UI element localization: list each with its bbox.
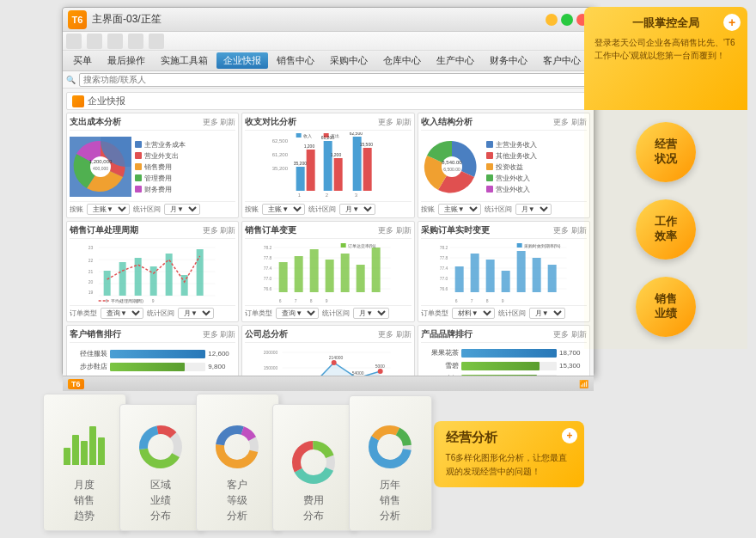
nav-production[interactable]: 生产中心 (430, 52, 481, 69)
legend-dot (486, 141, 493, 148)
footer-select2[interactable]: 月▼ (353, 308, 389, 319)
footer-select[interactable]: 查询▼ (276, 308, 319, 319)
toolbar-icon-5[interactable] (149, 34, 164, 49)
fold-card-monthly-sales[interactable]: 月度销售趋势 (43, 394, 126, 531)
bottom-area: 月度销售趋势 区域业绩分布 客户等级分析 (43, 376, 584, 531)
nav-last-op[interactable]: 最后操作 (101, 52, 152, 69)
nav-finance[interactable]: 财务中心 (483, 52, 534, 69)
product-more[interactable]: 更多 刷新 (553, 329, 587, 340)
hbar-track (110, 363, 205, 371)
svg-text:1,200: 1,200 (331, 152, 342, 157)
line-chart-company: 200000 150000 100000 50000 (245, 345, 411, 376)
fold-card-label-fee: 费用分布 (303, 492, 324, 523)
footer-select[interactable]: 材料▼ (452, 308, 495, 319)
chart-company-analysis: 公司总分析 更多 刷新 200000 150000 100000 50000 (241, 325, 414, 376)
toolbar-icon-1[interactable] (66, 34, 82, 49)
chart-income-analysis: 收入结构分析 更多 刷新 8,540.00 6,500.00 (418, 113, 590, 218)
svg-text:21: 21 (88, 269, 94, 274)
company-more[interactable]: 更多 刷新 (378, 329, 412, 340)
sidebar-plus-btn[interactable]: + (723, 14, 741, 31)
maximize-button[interactable] (561, 14, 573, 26)
nav-warehouse[interactable]: 仓库中心 (376, 52, 428, 69)
svg-text:8,540.00: 8,540.00 (442, 160, 462, 165)
legend-dot (486, 186, 493, 193)
footer-select2[interactable]: 月▼ (515, 204, 552, 215)
chart-company-body: 200000 150000 100000 50000 (245, 345, 411, 376)
sidebar-btn-label: 工作效率 (655, 215, 677, 244)
svg-text:7: 7 (295, 298, 297, 303)
svg-rect-16 (296, 133, 302, 138)
footer-select[interactable]: 主账▼ (262, 204, 305, 215)
toolbar-icon-3[interactable] (107, 34, 123, 49)
nav-buy[interactable]: 买单 (66, 52, 99, 69)
nav-sales[interactable]: 销售中心 (270, 52, 321, 69)
legend-dot (135, 163, 142, 170)
footer-select2[interactable]: 月▼ (178, 308, 214, 319)
legend-item: 管理费用 (135, 174, 186, 183)
svg-rect-8 (307, 150, 315, 191)
cost-more[interactable]: 更多 刷新 (203, 117, 236, 128)
toolbar-icon-2[interactable] (87, 34, 102, 49)
hbar-fill (110, 363, 185, 371)
chart-income-body: 8,540.00 6,500.00 主营业务收入 其他业务收入 (421, 132, 587, 201)
toolbar-icon-4[interactable] (128, 34, 143, 49)
svg-text:6: 6 (106, 298, 108, 303)
legend-dot (135, 141, 142, 148)
nav-customer[interactable]: 客户中心 (536, 52, 588, 69)
info-card-plus-btn[interactable]: + (562, 428, 577, 443)
svg-text:订单达交率(%): 订单达交率(%) (348, 243, 376, 248)
fold-card-customer-level[interactable]: 客户等级分析 (196, 394, 279, 531)
dashboard: 企业快报 支出成本分析 更多 刷新 (63, 89, 594, 376)
chart-cost-title: 支出成本分析 更多 刷新 (70, 116, 235, 131)
footer-select2[interactable]: 月▼ (529, 308, 565, 319)
fee-dist-icon (290, 441, 338, 486)
nav-purchase[interactable]: 采购中心 (323, 52, 375, 69)
legend-item: 营业外收入 (486, 174, 537, 183)
hbar-fill (461, 362, 540, 370)
svg-rect-91 (547, 265, 556, 292)
legend-text: 销售费用 (144, 162, 172, 172)
cycle-more[interactable]: 更多 刷新 (203, 225, 236, 236)
search-bar: 🔍 (63, 71, 594, 89)
info-card-analysis: + 经营分析 T6多样化图形化分析，让您最直观的发现经营中的问题！ (434, 421, 585, 487)
purchase-more[interactable]: 更多 刷新 (553, 225, 587, 236)
search-input[interactable] (79, 73, 590, 87)
mini-bar (98, 437, 105, 465)
legend-text: 其他业务收入 (496, 151, 537, 161)
footer-select[interactable]: 查询▼ (101, 308, 143, 319)
svg-text:1: 1 (298, 193, 302, 198)
hbar-track (461, 362, 557, 370)
svg-rect-68 (372, 248, 381, 292)
nav-tools[interactable]: 实施工具箱 (154, 52, 215, 69)
customer-more[interactable]: 更多 刷新 (203, 329, 236, 340)
chart-revenue-comparison: 收支对比分析 更多 刷新 62,500 61,200 35,200 (241, 113, 414, 218)
footer-label2: 统计区间 (308, 205, 336, 214)
svg-text:62,500: 62,500 (350, 132, 363, 136)
sales-changes-more[interactable]: 更多 刷新 (378, 225, 412, 236)
svg-text:8: 8 (310, 298, 313, 303)
minimize-button[interactable] (546, 14, 558, 26)
nav-company-report[interactable]: 企业快报 (216, 52, 268, 69)
legend-text: 主营业务成本 (144, 140, 186, 150)
fold-card-annual-sales[interactable]: 历年销售分析 (349, 395, 432, 531)
sidebar-btn-management[interactable]: 经营状况 (636, 122, 696, 182)
footer-select-period[interactable]: 月▼ (164, 204, 200, 215)
chart-cycle-title: 销售订单处理周期 更多 刷新 (70, 224, 235, 239)
sidebar-btn-sales[interactable]: 销售业绩 (636, 277, 696, 337)
footer-select[interactable]: 主账▼ (438, 204, 481, 215)
fold-card-fee-dist[interactable]: 费用分布 (272, 404, 356, 531)
svg-text:5000: 5000 (375, 364, 385, 369)
svg-rect-90 (532, 258, 540, 292)
footer-select2[interactable]: 月▼ (339, 204, 375, 215)
ring-icon-fee (290, 441, 338, 484)
footer-label2: 统计区间 (147, 309, 174, 318)
svg-text:35,200: 35,200 (272, 166, 289, 171)
title-bar: T6 主界面-03/正笙 (63, 8, 594, 32)
footer-select-account[interactable]: 主账▼ (87, 204, 130, 215)
rev-more[interactable]: 更多 刷新 (378, 117, 412, 128)
sidebar-btn-efficiency[interactable]: 工作效率 (636, 199, 696, 260)
fold-card-regional[interactable]: 区域业绩分布 (119, 404, 203, 531)
hbar-product: 果果花茶 18,700 雪碧 15,300 (423, 346, 585, 376)
income-more[interactable]: 更多 刷新 (553, 117, 587, 128)
hbar-customer: 径佳服装 12,600 步步鞋店 9,800 (71, 347, 234, 376)
